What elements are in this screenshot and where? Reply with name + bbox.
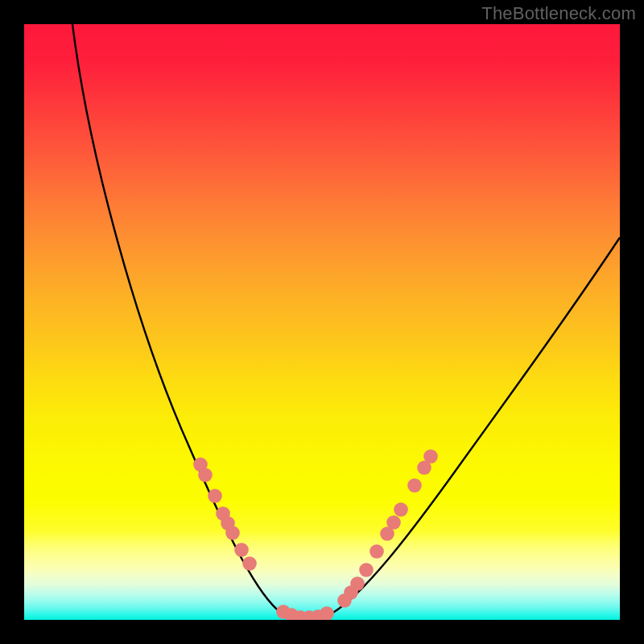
data-point <box>359 563 374 577</box>
data-point <box>407 478 422 493</box>
data-point <box>198 468 213 482</box>
data-point <box>350 576 365 591</box>
data-point <box>234 543 249 557</box>
data-point <box>386 515 401 530</box>
watermark-text: TheBottleneck.com <box>481 3 636 24</box>
curve-layer <box>24 24 620 620</box>
bottleneck-curve <box>72 24 620 620</box>
data-points-group <box>193 449 438 620</box>
plot-area <box>24 24 620 620</box>
data-point <box>369 544 384 559</box>
data-point <box>423 449 438 464</box>
data-point <box>320 606 334 620</box>
data-point <box>394 502 408 517</box>
data-point <box>208 489 222 503</box>
data-point <box>225 526 240 540</box>
chart-frame: TheBottleneck.com <box>0 0 644 644</box>
data-point <box>242 556 257 571</box>
